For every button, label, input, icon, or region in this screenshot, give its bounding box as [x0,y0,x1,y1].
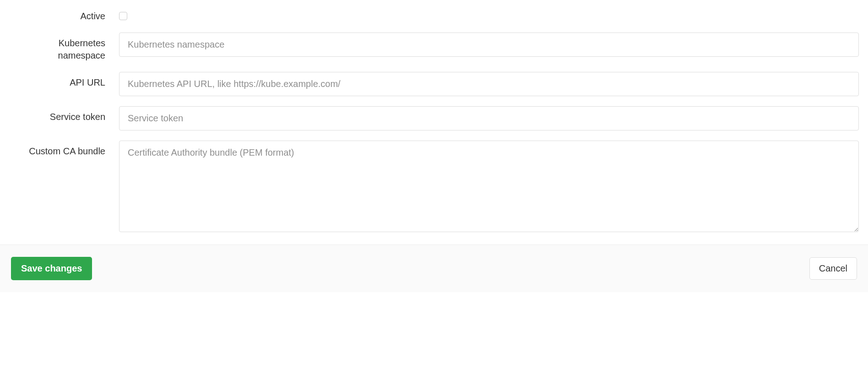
namespace-control-wrap [119,33,859,57]
ca-bundle-textarea[interactable] [119,141,859,232]
row-api-url: API URL [9,72,859,96]
ca-bundle-label: Custom CA bundle [9,141,119,157]
api-url-control-wrap [119,72,859,96]
active-control-wrap [119,8,859,22]
save-changes-button[interactable]: Save changes [11,257,92,280]
active-label: Active [9,8,119,22]
row-service-token: Service token [9,106,859,130]
namespace-input[interactable] [119,33,859,57]
ca-bundle-control-wrap [119,141,859,234]
service-token-label: Service token [9,106,119,123]
kubernetes-settings-form: Active Kubernetes namespace API URL Serv… [0,0,868,234]
form-footer: Save changes Cancel [0,244,868,292]
row-namespace: Kubernetes namespace [9,33,859,62]
service-token-control-wrap [119,106,859,130]
api-url-label: API URL [9,72,119,89]
service-token-input[interactable] [119,106,859,130]
row-active: Active [9,8,859,22]
active-checkbox[interactable] [119,12,127,20]
namespace-label: Kubernetes namespace [9,33,119,62]
row-ca-bundle: Custom CA bundle [9,141,859,234]
api-url-input[interactable] [119,72,859,96]
cancel-button[interactable]: Cancel [809,257,857,280]
